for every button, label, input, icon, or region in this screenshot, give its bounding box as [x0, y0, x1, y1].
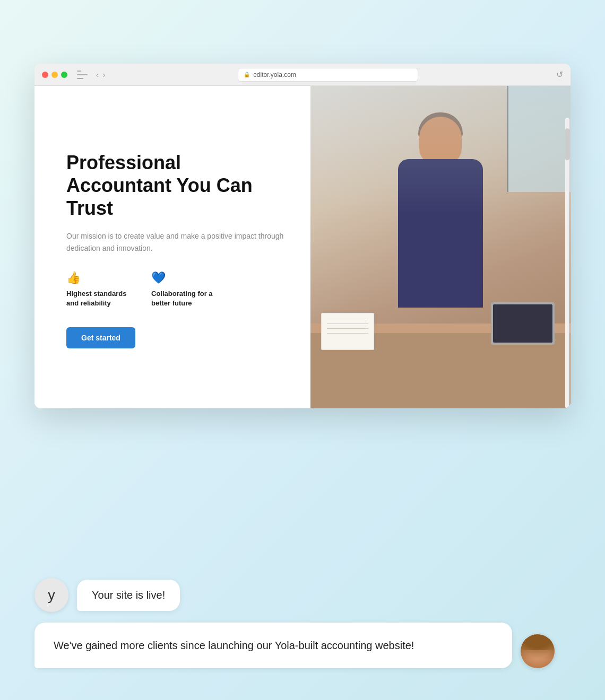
url-text: editor.yola.com: [253, 71, 296, 78]
user-avatar: [521, 634, 555, 668]
address-bar-container: 🔒 editor.yola.com: [110, 68, 546, 82]
scrollbar-thumb: [565, 128, 569, 160]
back-arrow-icon[interactable]: ‹: [96, 71, 99, 79]
chat-message-1: y Your site is live!: [34, 578, 555, 612]
traffic-lights: [42, 72, 67, 78]
heart-icon: 💙: [151, 271, 215, 285]
chat-bubble-2: We've gained more clients since launchin…: [34, 623, 512, 668]
chat-section: y Your site is live! We've gained more c…: [34, 578, 555, 668]
right-panel: [310, 86, 571, 408]
browser-content: Professional Accountant You Can Trust Ou…: [34, 86, 571, 408]
minimize-button[interactable]: [51, 72, 58, 78]
reload-button[interactable]: ↺: [556, 69, 563, 80]
close-button[interactable]: [42, 72, 48, 78]
chat-bubble-1: Your site is live!: [77, 580, 180, 611]
feature-item-2: 💙 Collaborating for a better future: [151, 271, 215, 308]
get-started-button[interactable]: Get started: [66, 327, 135, 348]
maximize-button[interactable]: [61, 72, 67, 78]
address-bar[interactable]: 🔒 editor.yola.com: [238, 68, 418, 82]
features-row: 👍 Highest standards and reliability 💙 Co…: [66, 271, 284, 308]
hero-title: Professional Accountant You Can Trust: [66, 151, 284, 220]
chat-message-2: We've gained more clients since launchin…: [34, 623, 555, 668]
thumbs-up-icon: 👍: [66, 271, 130, 285]
avatar-hair-sides: [521, 638, 555, 660]
left-panel: Professional Accountant You Can Trust Ou…: [34, 86, 310, 408]
browser-titlebar: ‹ › 🔒 editor.yola.com ↺: [34, 64, 571, 86]
lock-icon: 🔒: [244, 72, 250, 77]
avatar-face: [521, 634, 555, 668]
browser-window: ‹ › 🔒 editor.yola.com ↺ Professional Acc…: [34, 64, 571, 408]
feature-2-label: Collaborating for a better future: [151, 289, 215, 308]
hero-description: Our mission is to create value and make …: [66, 230, 284, 254]
sidebar-toggle-icon[interactable]: [77, 71, 88, 79]
nav-arrows: ‹ ›: [96, 71, 105, 79]
accountant-photo: [310, 86, 571, 408]
feature-item-1: 👍 Highest standards and reliability: [66, 271, 130, 308]
yola-initial: y: [48, 587, 55, 603]
photo-overlay: [310, 86, 571, 408]
feature-1-label: Highest standards and reliability: [66, 289, 130, 308]
forward-arrow-icon[interactable]: ›: [103, 71, 106, 79]
scrollbar[interactable]: [565, 118, 569, 408]
yola-avatar: y: [34, 578, 68, 612]
